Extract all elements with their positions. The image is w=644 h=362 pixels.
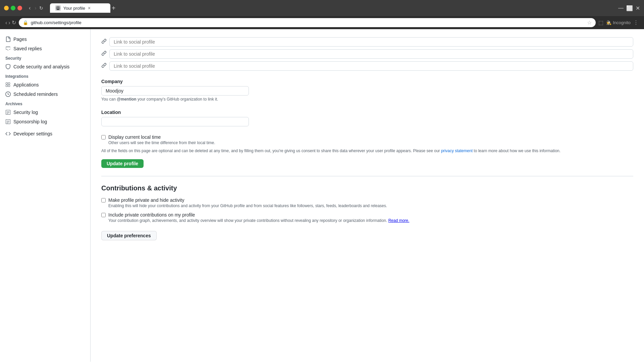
make-private-desc: Enabling this will hide your contributio… — [108, 203, 387, 208]
sidebar-item-developer-settings[interactable]: Developer settings — [0, 129, 90, 138]
url-display: github.com/settings/profile — [31, 20, 585, 25]
consent-text-before: All of the fields on this page are optio… — [101, 148, 440, 153]
include-private-checkbox[interactable] — [101, 213, 106, 217]
sidebar-item-applications[interactable]: Applications — [0, 80, 90, 89]
nav-arrows: ‹ › ↻ — [28, 4, 43, 12]
content-area: Company You can @mention your company's … — [91, 29, 644, 362]
display-time-checkbox[interactable] — [101, 135, 106, 139]
sidebar-item-security-log[interactable]: Security log — [0, 108, 90, 117]
read-more-link[interactable]: Read more. — [388, 218, 410, 223]
close-window-button[interactable] — [17, 6, 22, 10]
include-private-desc: Your contribution graph, achievements, a… — [108, 218, 409, 223]
include-private-desc-text: Your contribution graph, achievements, a… — [108, 218, 387, 223]
make-private-checkbox[interactable] — [101, 198, 106, 202]
window-control-buttons — [4, 6, 22, 10]
consent-text: All of the fields on this page are optio… — [101, 148, 633, 154]
company-section: Company You can @mention your company's … — [101, 79, 633, 102]
lock-icon: 🔒 — [23, 20, 28, 25]
main-layout: Pages Saved replies Security Code securi… — [0, 29, 644, 362]
sidebar-section-archives-label: Archives — [0, 99, 90, 108]
address-bar: ‹ › ↻ 🔒 github.com/settings/profile ☆ ⬚ … — [0, 16, 644, 29]
maximize-button[interactable] — [11, 6, 15, 10]
sidebar-item-security-log-label: Security log — [13, 110, 38, 115]
tab-title: Your profile — [63, 6, 85, 11]
social-links-section — [101, 37, 633, 71]
display-time-row: Display current local time Other users w… — [101, 134, 633, 145]
address-nav: ‹ › ↻ — [5, 19, 16, 26]
restore-window-button[interactable]: ⬜ — [626, 5, 633, 11]
make-private-label[interactable]: Make profile private and hide activity — [108, 197, 184, 203]
tab-favicon — [55, 5, 61, 11]
address-input-wrapper[interactable]: 🔒 github.com/settings/profile ☆ — [19, 18, 596, 27]
link-icon-2 — [101, 51, 107, 57]
extensions-button[interactable]: ⬚ — [598, 19, 603, 26]
incognito-icon: 🕵 — [606, 20, 611, 25]
sidebar-item-scheduled-reminders[interactable]: Scheduled reminders — [0, 89, 90, 99]
sidebar-item-scheduled-reminders-label: Scheduled reminders — [13, 92, 58, 97]
clock-icon — [5, 92, 11, 97]
addr-refresh-button[interactable]: ↻ — [12, 19, 16, 26]
bookmark-button[interactable]: ☆ — [587, 19, 592, 26]
sidebar-section-security-label: Security — [0, 53, 90, 62]
active-tab[interactable]: Your profile × — [50, 3, 110, 13]
sidebar-item-pages-label: Pages — [13, 37, 27, 42]
sidebar-section-integrations-label: Integrations — [0, 71, 90, 80]
include-private-label[interactable]: Include private contributions on my prof… — [108, 212, 195, 218]
social-link-input-1[interactable] — [109, 37, 633, 47]
close-tab-button[interactable]: × — [88, 6, 91, 10]
location-label: Location — [101, 110, 633, 115]
contributions-section-title: Contributions & activity — [101, 184, 633, 192]
location-input[interactable] — [101, 117, 249, 126]
svg-point-1 — [57, 7, 59, 8]
company-hint: You can @mention your company's GitHub o… — [101, 97, 633, 102]
section-divider — [101, 176, 633, 176]
make-private-row: Make profile private and hide activity E… — [101, 197, 633, 208]
display-time-desc: Other users will see the time difference… — [108, 140, 215, 145]
incognito-profile-button[interactable]: 🕵 Incognito — [606, 20, 631, 25]
social-link-input-2[interactable] — [109, 49, 633, 59]
social-link-input-3[interactable] — [109, 61, 633, 71]
social-link-row-1 — [101, 37, 633, 47]
location-section: Location — [101, 110, 633, 126]
addr-back-button[interactable]: ‹ — [5, 19, 7, 26]
back-button[interactable]: ‹ — [28, 4, 32, 12]
tab-bar: Your profile × + — [50, 3, 611, 13]
company-input[interactable] — [101, 86, 249, 96]
link-icon-3 — [101, 63, 107, 69]
social-link-row-3 — [101, 61, 633, 71]
sidebar: Pages Saved replies Security Code securi… — [0, 29, 91, 362]
new-tab-button[interactable]: + — [112, 4, 116, 12]
refresh-button[interactable]: ↻ — [39, 4, 43, 12]
sidebar-item-sponsorship-log[interactable]: Sponsorship log — [0, 117, 90, 126]
company-label: Company — [101, 79, 633, 84]
update-preferences-button[interactable]: Update preferences — [101, 231, 157, 240]
sidebar-item-pages[interactable]: Pages — [0, 35, 90, 44]
grid-icon — [5, 82, 11, 87]
include-private-row: Include private contributions on my prof… — [101, 212, 633, 223]
sidebar-item-applications-label: Applications — [13, 82, 39, 87]
browser-menu-button[interactable]: ⋮ — [633, 19, 639, 26]
sponsorship-log-icon — [5, 119, 11, 124]
browser-chrome: ‹ › ↻ Your profile × + — ⬜ ✕ — [0, 0, 644, 16]
minimize-window-button[interactable]: — — [618, 5, 624, 11]
minimize-button[interactable] — [4, 6, 9, 10]
sidebar-item-saved-replies[interactable]: Saved replies — [0, 44, 90, 53]
sidebar-item-code-security[interactable]: Code security and analysis — [0, 62, 90, 71]
addr-forward-button[interactable]: › — [8, 19, 10, 26]
page-icon — [5, 37, 11, 42]
reply-icon — [5, 46, 11, 51]
code-icon — [5, 131, 11, 136]
incognito-label: Incognito — [613, 20, 631, 25]
security-log-icon — [5, 110, 11, 115]
sidebar-item-saved-replies-label: Saved replies — [13, 46, 42, 51]
sidebar-item-code-security-label: Code security and analysis — [13, 64, 69, 69]
link-icon-1 — [101, 39, 107, 45]
window-controls: — ⬜ ✕ — [618, 5, 640, 11]
privacy-statement-link[interactable]: privacy statement — [441, 148, 473, 153]
close-button[interactable]: ✕ — [636, 5, 640, 11]
forward-button[interactable]: › — [33, 4, 38, 12]
consent-text-after: to learn more about how we use this info… — [474, 148, 560, 153]
sidebar-item-sponsorship-log-label: Sponsorship log — [13, 119, 47, 124]
display-time-label[interactable]: Display current local time — [108, 134, 161, 140]
update-profile-button[interactable]: Update profile — [101, 159, 144, 168]
